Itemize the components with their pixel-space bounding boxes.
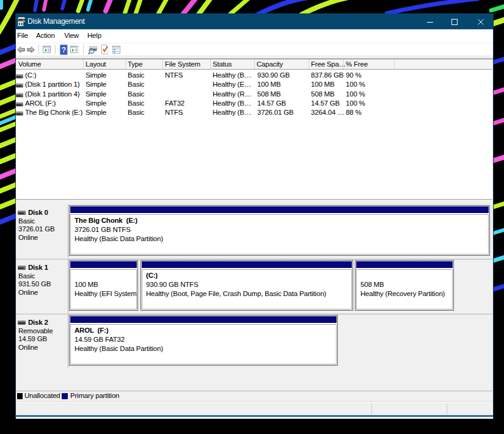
- svg-text:?: ?: [62, 45, 66, 54]
